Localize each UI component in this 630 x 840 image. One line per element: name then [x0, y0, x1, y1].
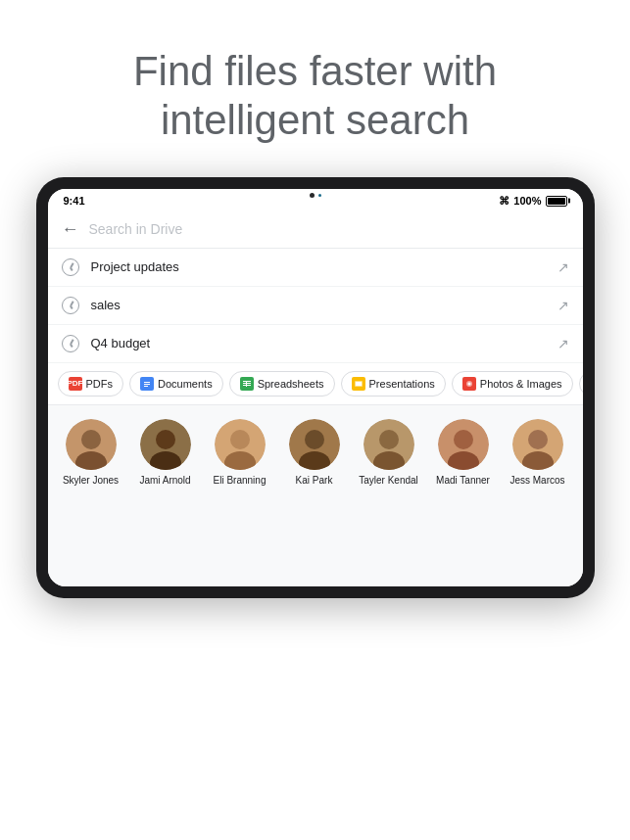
- chip-presentations[interactable]: Presentations: [341, 371, 446, 397]
- person-item-1[interactable]: Skyler Jones: [58, 419, 124, 487]
- battery-pct: 100%: [513, 195, 541, 207]
- person-name-2: Jami Arnold: [139, 475, 190, 487]
- docs-icon: [140, 377, 154, 391]
- history-icon-2: [62, 297, 79, 314]
- filter-chips: PDF PDFs Documents Spreadsheets: [48, 363, 583, 405]
- svg-rect-11: [356, 382, 362, 386]
- person-item-4[interactable]: Kai Park: [281, 419, 348, 487]
- tablet-bezel: 9:41 ⌘ 100% ← Search in Drive Project: [36, 177, 595, 598]
- avatar-3: [215, 419, 266, 470]
- svg-rect-2: [144, 384, 150, 385]
- chip-documents-label: Documents: [158, 378, 213, 390]
- battery-icon: [546, 196, 567, 207]
- suggestion-text-3: Q4 budget: [91, 336, 546, 350]
- wifi-icon: ⌘: [499, 195, 509, 208]
- person-item-2[interactable]: Jami Arnold: [132, 419, 199, 487]
- svg-point-24: [230, 430, 250, 449]
- svg-point-14: [467, 382, 470, 385]
- back-button[interactable]: ←: [62, 219, 79, 240]
- avatar-7: [512, 419, 563, 470]
- svg-point-36: [528, 430, 548, 449]
- photos-icon: [462, 377, 476, 391]
- avatar-4: [289, 419, 340, 470]
- arrow-icon-3: ↗: [557, 336, 569, 351]
- chip-photos[interactable]: Photos & Images: [452, 371, 573, 397]
- arrow-icon-2: ↗: [557, 298, 569, 313]
- avatar-1: [66, 419, 117, 470]
- people-section: Skyler Jones Jami Arnold: [48, 405, 583, 586]
- suggestion-text-2: sales: [91, 298, 546, 312]
- history-icon-1: [62, 258, 79, 276]
- search-input[interactable]: Search in Drive: [89, 221, 183, 237]
- chip-pdfs[interactable]: PDF PDFs: [58, 371, 124, 397]
- status-time: 9:41: [64, 195, 85, 207]
- svg-point-33: [454, 430, 473, 449]
- suggestion-text-1: Project updates: [91, 259, 546, 274]
- person-name-3: Eli Branning: [214, 475, 267, 487]
- chip-spreadsheets-label: Spreadsheets: [258, 378, 324, 390]
- tablet-device: 9:41 ⌘ 100% ← Search in Drive Project: [36, 177, 595, 598]
- svg-point-27: [305, 430, 324, 449]
- hero-title: Find files faster with intelligent searc…: [133, 47, 497, 146]
- svg-rect-1: [144, 382, 150, 383]
- person-name-5: Tayler Kendal: [359, 475, 418, 487]
- person-name-6: Madi Tanner: [436, 475, 490, 487]
- search-suggestions: Project updates ↗ sales ↗ Q4 budget ↗: [48, 249, 583, 363]
- history-icon-3: [62, 335, 79, 352]
- suggestion-item-2[interactable]: sales ↗: [48, 287, 583, 325]
- people-grid: Skyler Jones Jami Arnold: [58, 419, 573, 487]
- person-item-5[interactable]: Tayler Kendal: [356, 419, 422, 487]
- avatar-5: [363, 419, 414, 470]
- sheets-icon: [240, 377, 254, 391]
- chip-videos[interactable]: Videos: [579, 371, 583, 397]
- svg-point-18: [81, 430, 101, 449]
- person-item-6[interactable]: Madi Tanner: [430, 419, 497, 487]
- person-name-4: Kai Park: [296, 475, 333, 487]
- suggestion-item-1[interactable]: Project updates ↗: [48, 249, 583, 287]
- svg-rect-3: [144, 386, 148, 387]
- status-bar-right: ⌘ 100%: [499, 195, 566, 208]
- chip-presentations-label: Presentations: [369, 378, 435, 390]
- avatar-2: [140, 419, 191, 470]
- person-name-1: Skyler Jones: [63, 475, 119, 487]
- suggestion-item-3[interactable]: Q4 budget ↗: [48, 325, 583, 363]
- person-item-3[interactable]: Eli Branning: [207, 419, 273, 487]
- chip-documents[interactable]: Documents: [129, 371, 223, 397]
- person-item-7[interactable]: Jess Marcos: [505, 419, 571, 487]
- avatar-6: [438, 419, 489, 470]
- tablet-screen: 9:41 ⌘ 100% ← Search in Drive Project: [48, 189, 583, 586]
- chip-photos-label: Photos & Images: [480, 378, 562, 390]
- svg-point-30: [379, 430, 399, 449]
- chip-spreadsheets[interactable]: Spreadsheets: [229, 371, 335, 397]
- pdf-icon: PDF: [69, 377, 82, 391]
- svg-rect-8: [246, 381, 247, 387]
- hero-section: Find files faster with intelligent searc…: [94, 0, 536, 177]
- search-bar[interactable]: ← Search in Drive: [48, 211, 583, 249]
- chip-pdfs-label: PDFs: [86, 378, 114, 390]
- slides-icon: [352, 377, 365, 391]
- arrow-icon-1: ↗: [557, 259, 569, 275]
- svg-point-21: [156, 430, 175, 449]
- person-name-7: Jess Marcos: [509, 475, 564, 487]
